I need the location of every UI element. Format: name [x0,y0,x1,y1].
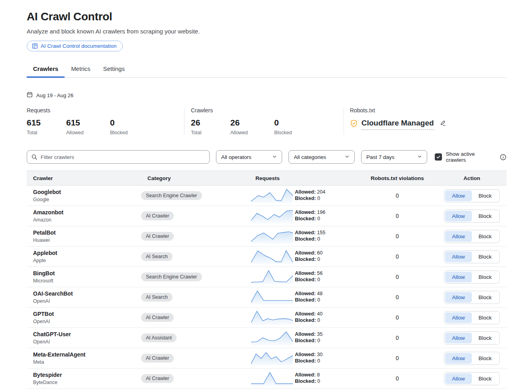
allowed-value: 56 [317,270,323,276]
stat-crawlers-blocked: 0 Blocked [274,118,314,135]
allowed-value: 48 [317,291,323,296]
blocked-label: Blocked: [295,318,316,323]
allowed-label: Allowed: [295,331,316,337]
tab-settings[interactable]: Settings [97,61,131,77]
column-header-requests: Requests [249,175,357,181]
tab-bar: Crawlers Metrics Settings [27,61,506,78]
tab-crawlers[interactable]: Crawlers [27,61,65,77]
calendar-icon [27,92,33,99]
requests-sparkline [251,330,293,345]
blocked-label: Blocked: [295,277,316,282]
allow-button[interactable]: Allow [445,251,471,262]
allowed-value: 196 [317,210,326,215]
violations-count: 0 [357,355,437,361]
violations-count: 0 [357,294,437,300]
table-row: GPTBot OpenAI AI Crawler Allowed: 40 Blo… [27,308,506,328]
violations-count: 0 [357,274,437,280]
column-header-violations: Robots.txt violations [357,175,437,181]
blocked-label: Blocked: [295,338,316,343]
category-badge: AI Crawler [141,232,174,241]
action-toggle: Allow Block [444,210,499,223]
action-toggle: Allow Block [444,270,499,284]
stats-requests-label: Requests [27,107,184,114]
action-toggle: Allow Block [444,352,499,365]
info-icon[interactable] [500,154,506,161]
action-toggle: Allow Block [444,311,499,324]
allow-button[interactable]: Allow [445,353,471,364]
stats-summary: Requests 615 Total 615 Allowed 0 Blocked… [27,107,506,135]
allowed-label: Allowed: [295,311,316,317]
block-button[interactable]: Block [472,272,499,282]
block-button[interactable]: Block [472,353,499,364]
allow-button[interactable]: Allow [445,292,471,303]
crawler-operator: Microsoft [33,278,141,284]
allow-button[interactable]: Allow [445,231,471,242]
blocked-label: Blocked: [295,297,316,303]
stat-requests-allowed: 615 Allowed [66,118,110,135]
allow-button[interactable]: Allow [445,211,471,221]
allowed-value: 30 [317,352,323,357]
date-range-dropdown[interactable]: Past 7 days [361,150,427,164]
allowed-value: 40 [317,311,323,317]
category-badge: AI Crawler [141,212,174,220]
table-header: Crawler Category Requests Robots.txt vio… [27,171,506,186]
block-button[interactable]: Block [472,251,499,262]
crawler-name: Amazonbot [33,209,141,216]
categories-dropdown-value: All categories [294,154,326,160]
category-badge: AI Search [141,252,173,261]
violations-count: 0 [357,233,437,239]
requests-sparkline [251,351,293,366]
categories-dropdown[interactable]: All categories [289,150,355,164]
allow-button[interactable]: Allow [445,272,471,282]
table-row: PetalBot Huawei AI Crawler Allowed: 155 … [27,226,506,247]
robots-mode[interactable]: Cloudflare Managed [361,119,434,130]
blocked-value: 0 [317,297,320,303]
allow-button[interactable]: Allow [445,190,471,201]
allow-button[interactable]: Allow [445,333,471,343]
blocked-label: Blocked: [295,358,316,364]
stats-crawlers-label: Crawlers [191,107,344,114]
action-toggle: Allow Block [444,250,499,263]
block-button[interactable]: Block [472,231,499,242]
stat-requests-total: 615 Total [27,118,66,135]
requests-sparkline [251,208,293,223]
block-button[interactable]: Block [472,373,499,384]
blocked-label: Blocked: [295,216,316,221]
search-input[interactable] [27,150,210,164]
search-icon [31,154,37,162]
crawler-name: GPTBot [33,311,141,318]
block-button[interactable]: Block [472,333,499,343]
allowed-label: Allowed: [295,210,316,215]
operators-dropdown[interactable]: All operators [216,150,282,164]
allow-button[interactable]: Allow [445,312,471,323]
block-button[interactable]: Block [472,190,499,201]
tab-metrics[interactable]: Metrics [65,61,96,77]
crawler-name: Bytespider [33,372,141,378]
chevron-down-icon [345,154,349,160]
edit-icon[interactable] [440,120,446,128]
violations-count: 0 [357,314,437,321]
allowed-label: Allowed: [295,291,316,296]
requests-sparkline [251,310,293,325]
blocked-value: 0 [317,216,320,221]
documentation-link[interactable]: AI Crawl Control documentation [27,41,123,51]
category-badge: Search Engine Crawler [141,272,202,281]
documentation-link-label: AI Crawl Control documentation [41,43,117,49]
category-badge: AI Search [141,293,173,302]
allow-button[interactable]: Allow [445,373,471,384]
violations-count: 0 [357,335,437,341]
violations-count: 0 [357,253,437,260]
crawler-operator: Huawei [33,237,141,243]
violations-count: 0 [357,213,437,219]
block-button[interactable]: Block [472,312,499,323]
block-button[interactable]: Block [472,211,499,221]
chevron-down-icon [417,154,422,160]
allowed-label: Allowed: [295,270,316,276]
robots-txt-label: Robots.txt [350,107,506,114]
show-active-checkbox[interactable] [435,153,442,161]
requests-sparkline [251,269,293,284]
date-range[interactable]: Aug 19 - Aug 26 [27,92,506,99]
blocked-value: 0 [317,338,320,343]
page-subtitle: Analyze and block known AI crawlers from… [27,28,506,35]
block-button[interactable]: Block [472,292,499,303]
